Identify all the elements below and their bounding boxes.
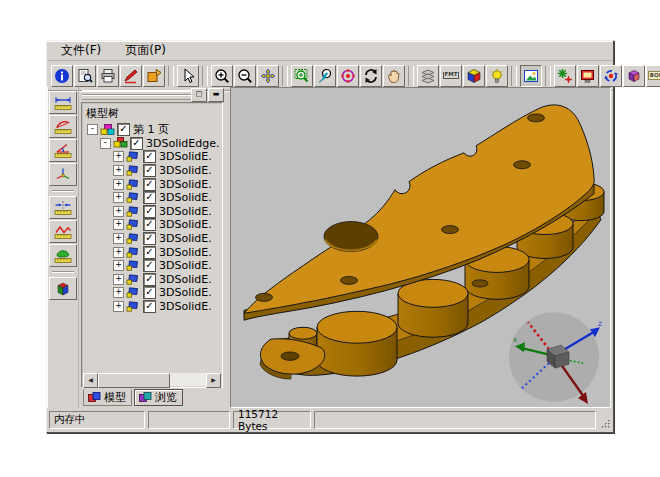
zoom-window-button[interactable] <box>291 65 313 87</box>
collapse-icon[interactable]: - <box>100 138 111 149</box>
expand-icon[interactable]: + <box>113 274 124 285</box>
export-button[interactable] <box>143 65 165 87</box>
tree-horizontal-scrollbar[interactable]: ◀ ▶ <box>83 373 221 386</box>
render-cube-button[interactable] <box>463 65 485 87</box>
tree-item-part[interactable]: +✓3DSolidE. <box>84 273 220 287</box>
part-checkbox[interactable]: ✓ <box>143 246 156 259</box>
measure-volume-button[interactable] <box>49 277 77 300</box>
measure-length-button[interactable] <box>49 91 77 114</box>
expand-icon[interactable]: + <box>113 233 124 244</box>
tree-item-assembly[interactable]: - ✓ 3DSolidEdge. <box>84 137 220 151</box>
image-view-icon <box>523 68 539 84</box>
measure-coordinate-button[interactable] <box>49 163 77 186</box>
dimension-format-button[interactable]: FMT <box>440 65 462 87</box>
expand-icon[interactable]: + <box>113 247 124 258</box>
about-button[interactable] <box>51 65 73 87</box>
refresh-button[interactable] <box>360 65 382 87</box>
part-checkbox[interactable]: ✓ <box>143 191 156 204</box>
measure-radius-button[interactable] <box>49 115 77 138</box>
part-checkbox[interactable]: ✓ <box>143 150 156 163</box>
expand-icon[interactable]: + <box>113 179 124 190</box>
part-checkbox[interactable]: ✓ <box>143 218 156 231</box>
orbit-button[interactable] <box>337 65 359 87</box>
expand-icon[interactable]: + <box>113 260 124 271</box>
annotate-button[interactable] <box>120 65 142 87</box>
expand-icon[interactable]: + <box>113 206 124 217</box>
tree-item-part[interactable]: +✓3DSolidE. <box>84 232 220 246</box>
tree-item-part[interactable]: +✓3DSolidE. <box>84 286 220 300</box>
screen-capture-button[interactable] <box>577 65 599 87</box>
part-checkbox[interactable]: ✓ <box>143 164 156 177</box>
part-icon <box>126 219 141 231</box>
orientation-gizmo[interactable]: Z X Y <box>509 312 602 407</box>
expand-icon[interactable]: + <box>113 151 124 162</box>
assembly-stack-button[interactable] <box>623 65 645 87</box>
zoom-out-button[interactable] <box>234 65 256 87</box>
expand-icon[interactable]: + <box>113 219 124 230</box>
measure-angle-button[interactable] <box>49 139 77 162</box>
part-checkbox[interactable]: ✓ <box>143 178 156 191</box>
zoom-in-button[interactable] <box>211 65 233 87</box>
update-sync-button[interactable] <box>600 65 622 87</box>
print-button[interactable] <box>97 65 119 87</box>
menu-file[interactable]: 文件(F) <box>59 41 103 60</box>
scrollbar-thumb[interactable] <box>98 373 170 388</box>
print-preview-button[interactable] <box>74 65 96 87</box>
tree-item-part[interactable]: +✓3DSolidE. <box>84 300 220 314</box>
image-view-button[interactable] <box>520 65 542 87</box>
tab-model-label: 模型 <box>104 390 126 405</box>
part-icon <box>126 192 141 204</box>
render-cube-icon <box>466 68 482 84</box>
collapse-icon[interactable]: - <box>87 124 98 135</box>
tree-item-label: 3DSolidE. <box>159 191 212 204</box>
light-button[interactable] <box>486 65 508 87</box>
bom-button[interactable]: BOM <box>646 65 660 87</box>
viewport-3d[interactable]: Z X Y <box>230 87 611 408</box>
layers-icon <box>420 68 436 84</box>
tree-item-part[interactable]: +✓3DSolidE. <box>84 205 220 219</box>
tree-item-part[interactable]: +✓3DSolidE. <box>84 245 220 259</box>
measure-curve-button[interactable] <box>49 220 77 243</box>
tree-item-page[interactable]: - ✓ 第 1 页 <box>84 123 220 137</box>
part-checkbox[interactable]: ✓ <box>143 205 156 218</box>
part-checkbox[interactable]: ✓ <box>143 259 156 272</box>
part-checkbox[interactable]: ✓ <box>143 300 156 313</box>
scroll-left-button[interactable]: ◀ <box>83 373 98 388</box>
resize-grip[interactable] <box>599 411 611 429</box>
page-checkbox[interactable]: ✓ <box>117 123 130 136</box>
measure-area-button[interactable] <box>49 244 77 267</box>
expand-icon[interactable]: + <box>113 301 124 312</box>
transform-button[interactable] <box>554 65 576 87</box>
zoom-dynamic-button[interactable] <box>314 65 336 87</box>
tab-browse-icon <box>139 392 152 403</box>
gizmo-x-label: X <box>513 336 517 343</box>
pan-hand-button[interactable] <box>383 65 405 87</box>
expand-icon[interactable]: + <box>113 287 124 298</box>
part-checkbox[interactable]: ✓ <box>143 286 156 299</box>
expand-icon[interactable]: + <box>113 192 124 203</box>
expand-icon[interactable]: + <box>113 165 124 176</box>
menu-page[interactable]: 页面(P) <box>123 41 168 60</box>
tree-item-part[interactable]: +✓3DSolidE. <box>84 150 220 164</box>
tree-item-part[interactable]: +✓3DSolidE. <box>84 164 220 178</box>
pan-button[interactable] <box>257 65 279 87</box>
tab-browse[interactable]: 浏览 <box>134 389 183 406</box>
part-checkbox[interactable]: ✓ <box>143 232 156 245</box>
assembly-checkbox[interactable]: ✓ <box>130 137 143 150</box>
tree-item-part[interactable]: +✓3DSolidE. <box>84 218 220 232</box>
scroll-right-button[interactable]: ▶ <box>206 373 221 388</box>
measure-distance-button[interactable] <box>49 196 77 219</box>
select-button[interactable] <box>177 65 199 87</box>
tree-item-part[interactable]: +✓3DSolidE. <box>84 191 220 205</box>
tree-item-label: 3DSolidE. <box>159 300 212 313</box>
tree-item-part[interactable]: +✓3DSolidE. <box>84 259 220 273</box>
panel-restore-button[interactable]: □ <box>191 88 207 102</box>
part-checkbox[interactable]: ✓ <box>143 273 156 286</box>
tab-model[interactable]: 模型 <box>83 389 132 406</box>
scrollbar-track[interactable] <box>170 373 206 386</box>
panel-minimize-button[interactable]: ▬ <box>208 88 224 102</box>
panel-header[interactable]: □ ▬ <box>79 87 226 102</box>
tree-item-part[interactable]: +✓3DSolidE. <box>84 177 220 191</box>
panel-grip[interactable] <box>82 95 192 100</box>
layers-button[interactable] <box>417 65 439 87</box>
